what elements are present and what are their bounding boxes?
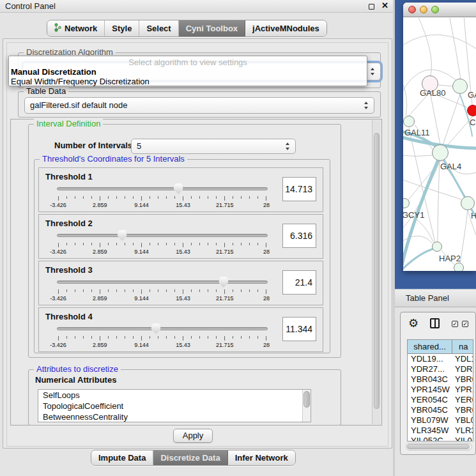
slider-track[interactable] — [57, 280, 268, 284]
node-attribute-table[interactable]: shared...na YDL19...YDL1YDR27...YDR2YBR0… — [407, 339, 473, 441]
attribute-list-item[interactable]: TopologicalCoefficient — [38, 401, 311, 411]
slider-track[interactable] — [57, 327, 268, 330]
application-window: Control Panel ✕ NetworkStyleSelectCyni T… — [0, 0, 476, 476]
float-window-icon[interactable] — [369, 4, 374, 10]
tab-infer-network[interactable]: Infer Network — [228, 450, 295, 465]
close-traffic-light-icon[interactable] — [408, 6, 416, 13]
table-row[interactable]: YIL052CYIL0 — [408, 436, 473, 441]
table-row[interactable]: YER054CYER0 — [408, 395, 473, 405]
zoom-traffic-light-icon[interactable] — [431, 6, 439, 13]
tick-label: 15.43 — [176, 202, 190, 208]
tab-impute-data[interactable]: Impute Data — [91, 450, 153, 465]
attribute-list-item[interactable]: SelfLoops — [38, 390, 311, 401]
edge-highlighted[interactable] — [403, 248, 436, 271]
slider-track[interactable] — [57, 187, 268, 190]
threshold-slider[interactable]: -3.4262.8599.14415.4321.71528 — [57, 323, 268, 349]
tab-discretize-data[interactable]: Discretize Data — [153, 450, 227, 465]
tick-mark — [199, 289, 200, 292]
apply-button[interactable]: Apply — [173, 429, 213, 443]
vertical-scrollbar[interactable] — [372, 120, 381, 424]
tab-cyni-toolbox[interactable]: Cyni Toolbox — [179, 20, 245, 36]
threshold-slider[interactable]: -3.4262.8599.14415.4321.71528 — [57, 183, 268, 209]
algorithm-option[interactable]: Equal Width/Frequency Discretization — [9, 77, 367, 86]
tick-mark — [166, 336, 167, 339]
algorithm-option[interactable]: Manual Discretization — [9, 67, 367, 77]
minimize-traffic-light-icon[interactable] — [420, 6, 427, 13]
tick-label: 15.43 — [176, 342, 190, 348]
table-data-combobox[interactable]: galFiltered.sif default node — [24, 97, 374, 114]
edge[interactable] — [438, 161, 440, 242]
network-node-gal4[interactable] — [432, 144, 449, 161]
edge[interactable] — [403, 79, 407, 116]
threshold-value-field[interactable]: 6.316 — [282, 224, 316, 248]
tab-network[interactable]: Network — [47, 20, 105, 36]
number-of-intervals-combobox[interactable]: 5 — [131, 139, 296, 154]
slider-thumb[interactable] — [219, 277, 228, 288]
checkbox-checked-icon[interactable]: ✓ — [452, 321, 458, 327]
table-row[interactable]: YDL19...YDL1 — [408, 354, 473, 364]
threshold-value-field[interactable]: 21.4 — [282, 270, 316, 295]
scrollbar-thumb[interactable] — [374, 133, 380, 409]
tab-select[interactable]: Select — [139, 20, 178, 36]
tab-label: Impute Data — [98, 453, 146, 463]
slider-thumb[interactable] — [151, 323, 161, 334]
edge[interactable] — [443, 95, 460, 145]
tick-mark — [191, 289, 192, 292]
tab-style[interactable]: Style — [105, 20, 139, 36]
table-row[interactable]: YBR043CYBR0 — [408, 374, 473, 385]
network-node-ga[interactable] — [452, 79, 468, 94]
network-canvas[interactable]: GAL80GACGAL11GAL4GCY1HHAP2 — [403, 18, 476, 271]
horizontal-scrollbar[interactable] — [406, 443, 472, 450]
threshold-value-field[interactable]: 11.344 — [282, 317, 316, 341]
numerical-attributes-list[interactable]: SelfLoopsTopologicalCoefficientBetweenne… — [38, 389, 311, 422]
tick-mark — [116, 196, 117, 199]
edge[interactable] — [417, 18, 431, 75]
slider-ticks — [58, 196, 266, 201]
split-columns-icon[interactable] — [430, 318, 440, 328]
cell: YER0 — [452, 395, 473, 405]
table-row[interactable]: YBR045CYBR0 — [408, 405, 473, 415]
attributes-group-label: Attributes to discretize — [34, 364, 121, 374]
tick-mark — [166, 196, 167, 199]
close-icon[interactable]: ✕ — [381, 1, 388, 10]
tick-mark — [66, 289, 67, 292]
scrollbar-thumb[interactable] — [303, 391, 310, 408]
network-node-hap2[interactable] — [432, 242, 442, 252]
tick-mark — [133, 336, 134, 339]
threshold-value-field[interactable]: 14.713 — [282, 177, 316, 201]
network-node-h[interactable] — [461, 196, 475, 210]
edge[interactable] — [449, 18, 461, 79]
settings-gear-icon[interactable]: ⚙ — [408, 316, 418, 330]
tick-mark — [75, 196, 75, 199]
column-header[interactable]: na — [452, 340, 473, 353]
edge[interactable] — [430, 92, 440, 144]
network-node-c[interactable] — [467, 105, 476, 116]
checkbox-checked-icon[interactable]: ✓ — [462, 321, 468, 327]
edge[interactable] — [438, 85, 452, 86]
threshold-panel-4: Threshold 4-3.4262.8599.14415.4321.71528… — [38, 307, 323, 352]
table-row[interactable]: YBL079WYBL0 — [408, 415, 473, 426]
slider-track[interactable] — [57, 234, 268, 237]
table-row[interactable]: YLR345WYLR3 — [408, 426, 473, 436]
slider-thumb[interactable] — [118, 230, 127, 241]
tab-jactivemnodules[interactable]: jActiveMNodules — [245, 20, 326, 36]
edge[interactable] — [403, 179, 461, 199]
table-row[interactable]: YPR145WYPR1 — [408, 385, 473, 395]
cell: YBL0 — [452, 415, 473, 426]
column-header[interactable]: shared... — [408, 340, 452, 353]
tick-label: 21.715 — [216, 342, 234, 348]
attribute-list-item[interactable]: BetweennessCentrality — [38, 411, 311, 422]
threshold-slider[interactable]: -3.4262.8599.14415.4321.71528 — [57, 230, 268, 256]
table-row[interactable]: YDR27...YDR2 — [408, 364, 473, 374]
tick-mark — [266, 196, 266, 201]
edge[interactable] — [460, 210, 468, 263]
threshold-slider[interactable]: -3.4262.8599.14415.4321.71528 — [57, 277, 268, 302]
list-vertical-scrollbar[interactable] — [302, 390, 311, 422]
network-node-gal11[interactable] — [403, 116, 415, 127]
scrollbar-thumb[interactable] — [407, 444, 470, 449]
tick-mark — [150, 196, 150, 199]
edge[interactable] — [403, 35, 476, 49]
network-node[interactable] — [454, 263, 464, 271]
slider-thumb[interactable] — [174, 183, 183, 194]
edge[interactable] — [403, 155, 432, 157]
